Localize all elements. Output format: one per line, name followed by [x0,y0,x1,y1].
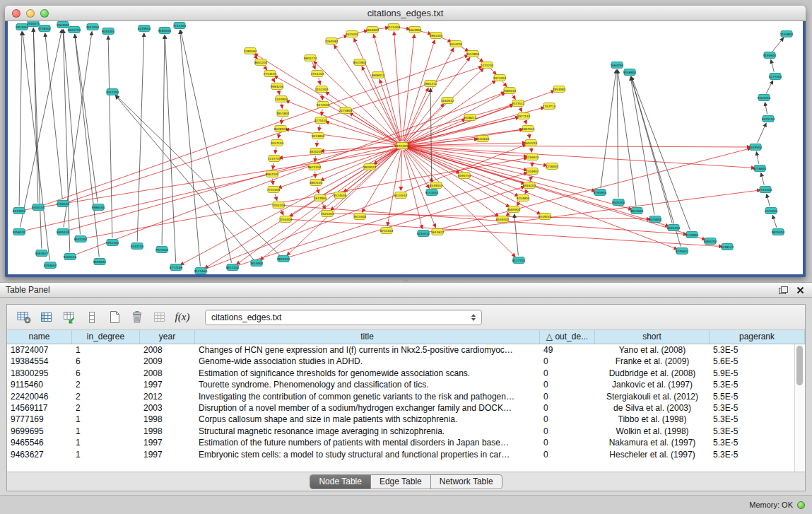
graph-node[interactable]: 9463304 [758,95,771,101]
graph-node[interactable]: 1916074 [27,21,40,27]
graph-node[interactable]: 9465546 [64,254,77,260]
table-row[interactable]: 2242004622012Investigating the contribut… [7,391,805,402]
table-settings-icon[interactable] [14,308,34,327]
table-row[interactable]: 1938455462009Genome-wide association stu… [7,356,805,367]
graph-node[interactable]: 7625404 [321,211,334,217]
graph-node[interactable]: 7485033 [503,88,517,94]
graph-node[interactable]: 1420904 [275,96,288,103]
close-window-button[interactable] [12,9,20,18]
graph-node[interactable]: 1604743 [524,140,538,146]
graph-node[interactable]: 8967304 [266,171,279,177]
graph-node[interactable]: 9013804 [312,133,325,139]
graph-node[interactable]: 9044304 [102,28,115,35]
graph-node[interactable]: 8541904 [353,59,367,66]
graph-node[interactable]: 8139604 [138,25,151,32]
graph-node[interactable]: 9472504 [317,102,330,108]
graph-node[interactable]: 9505104 [32,204,45,211]
graph-node[interactable]: 9194604 [763,52,777,59]
graph-node[interactable]: 1063094 [57,22,70,28]
graph-node[interactable]: 9777169 [170,264,183,271]
graph-node[interactable]: 8127704 [512,257,526,264]
delete-table-icon[interactable] [127,308,147,327]
float-panel-icon[interactable] [777,284,789,296]
graph-node[interactable]: 3867104 [310,180,323,186]
window-titlebar[interactable]: citations_edges.txt [5,6,806,21]
table-row[interactable]: 1872400712008Changes of HCN gene express… [7,344,805,356]
graph-node[interactable]: 9463627 [35,250,49,257]
graph-node[interactable]: 6916207 [523,182,536,189]
graph-node[interactable]: 1631404 [346,31,359,37]
zoom-window-button[interactable] [40,9,49,18]
minimize-window-button[interactable] [26,9,35,18]
graph-node[interactable]: 8133904 [13,208,26,214]
graph-node[interactable]: 1977143 [517,113,531,119]
graph-node[interactable]: 9984204 [271,83,284,90]
graph-node[interactable]: 7710304 [759,187,772,193]
graph-node[interactable]: 1152304 [315,86,329,93]
row-cells-icon[interactable] [82,308,102,327]
graph-node[interactable]: 9356904 [623,69,637,76]
graph-node[interactable]: 8533204 [74,236,88,243]
graph-node[interactable]: 1887443 [522,126,535,132]
graph-node[interactable]: 8625704 [68,27,81,33]
graph-node[interactable]: 8549243 [539,214,552,220]
graph-node[interactable]: 9134547 [394,192,408,199]
graph-node[interactable]: 1125404 [387,24,401,30]
memory-status-indicator[interactable] [797,501,805,509]
graph-node[interactable]: 18724007 [394,143,410,149]
graph-node[interactable]: 7615404 [353,214,367,220]
new-table-icon[interactable] [105,308,124,327]
column-chooser-icon[interactable] [37,308,57,327]
graph-node[interactable]: 9524504 [334,192,347,199]
network-table-select[interactable]: citations_edges.txt [205,310,482,325]
graph-node[interactable]: 8438104 [274,126,288,132]
tab-network-table[interactable]: Network Table [431,475,502,489]
graph-node[interactable]: 8103643 [476,136,490,142]
graph-node[interactable]: 8277404 [769,74,782,80]
graph-node[interactable]: 9825404 [772,229,785,235]
graph-node[interactable]: 1757714 [543,103,556,110]
tab-edge-table[interactable]: Edge Table [371,475,431,489]
graph-node[interactable]: 7925304 [155,247,169,253]
graph-node[interactable]: 9551804 [466,51,480,57]
graph-node[interactable]: 9505304 [612,199,625,206]
graph-node[interactable]: 8673104 [308,164,322,170]
column-header[interactable]: △ out_de... [540,330,595,344]
graph-node[interactable]: 4275104 [314,117,328,124]
graph-node[interactable]: 9115460 [194,268,208,274]
graph-node[interactable]: 9153454 [425,189,439,196]
graph-node[interactable]: 8986504 [92,204,105,211]
graph-node[interactable]: 9606012 [372,72,385,78]
table-row[interactable]: 946362711997Embryonic stem cells: a mode… [7,449,805,460]
table-row[interactable]: 946554611997Estimation of the future num… [7,437,805,448]
close-panel-icon[interactable] [794,284,806,296]
column-header[interactable]: name [7,330,72,344]
graph-node[interactable]: 9577513 [512,100,525,107]
graph-node[interactable]: 7614904 [250,260,264,267]
graph-node[interactable]: 7851804 [276,110,290,117]
graph-node[interactable]: 9248122 [721,244,734,250]
graph-node[interactable]: 8465204 [704,238,717,245]
graph-node[interactable]: 7715304 [173,23,187,29]
graph-node[interactable]: 8734104 [380,228,394,234]
graph-node[interactable]: 1559504 [749,144,763,151]
graph-node[interactable]: 2471204 [481,62,494,69]
column-header[interactable]: title [195,330,540,344]
column-header[interactable]: year [140,330,195,344]
graph-node[interactable]: 7733404 [267,187,281,193]
column-header[interactable]: short [595,330,710,344]
graph-node[interactable]: 2280584 [244,48,257,54]
graph-node[interactable]: 6495754 [458,173,471,179]
graph-node[interactable]: 3162612 [441,98,454,104]
graph-node[interactable]: 7612054 [86,24,100,30]
column-header[interactable]: in_degree [72,330,140,344]
graph-node[interactable]: 8356704 [667,225,681,231]
graph-node[interactable]: 1154804 [780,31,794,37]
graph-node[interactable]: 2175804 [339,107,353,114]
graph-node[interactable]: 5905104 [57,229,70,235]
graph-node[interactable]: 2754104 [264,71,277,77]
column-header[interactable]: pagerank [710,330,805,344]
table-row[interactable]: 911546021997Tourette syndrome. Phenomeno… [7,379,805,390]
graph-node[interactable]: 8216604 [753,165,767,172]
graph-node[interactable]: 1664904 [408,27,422,33]
